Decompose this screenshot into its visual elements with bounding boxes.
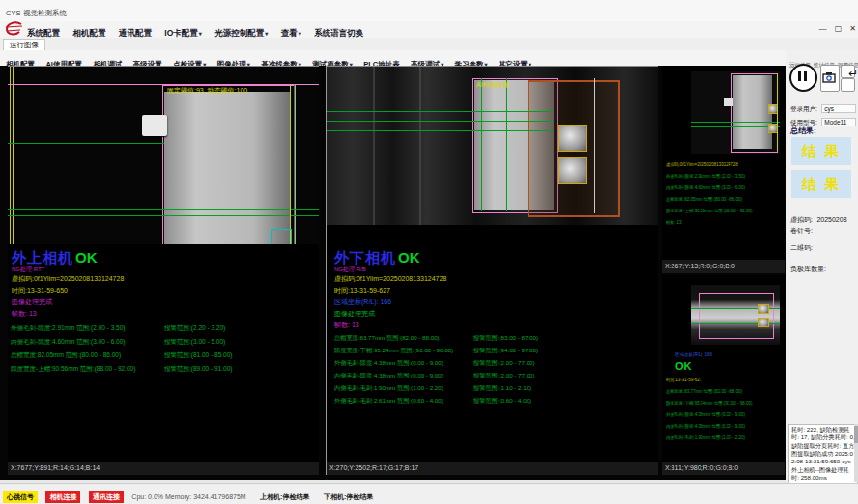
cpu-memory-status: Cpu: 0.0% Memory: 3424.41796875M — [131, 493, 245, 500]
thumb-ok-label: OK — [675, 360, 692, 372]
main-canvas: 固定阈值:93, 动态阈值:100 外上相机OK NG处理:RTT 虚拟码:0f… — [0, 66, 786, 480]
weld-spot-image — [558, 157, 587, 184]
thumb-text-line: 总帽宽度:83.77mm 范围:(82.00 - 88.00) — [666, 389, 742, 394]
chevron-down-icon: ▾ — [265, 31, 268, 37]
camera-image-outer-upper[interactable]: 固定阈值:93, 动态阈值:100 — [8, 66, 319, 244]
panel-camera-outer-upper[interactable]: 固定阈值:93, 动态阈值:100 外上相机OK NG处理:RTT 虚拟码:0f… — [8, 66, 319, 475]
log-scrollbar-thumb[interactable] — [854, 426, 858, 443]
pixel-coords: X:270;Y:2502;R:17;G:17;B:17 — [329, 464, 418, 471]
measurement-row: 内侧毛刺-隙度:4.60mm 范围:(3.00 - 6.00) 报警范围:(3.… — [8, 338, 319, 350]
status-bar: 心跳信号 相机连接 通讯连接 Cpu: 0.0% Memory: 3424.41… — [0, 483, 858, 504]
measurement-row: 外侧毛刺-隙度:4.38mm 范围:(0.00 - 9.00) 报警范围:(2.… — [327, 359, 658, 372]
measure-line-green — [327, 121, 554, 122]
menu-bar: 系统配置 相机配置 通讯配置 IO卡配置▾ 光源控制配置▾ 查看▾ 系统语言切换… — [0, 21, 858, 38]
time-line: 时间:13-31-59-627 — [334, 286, 390, 295]
measurement-row: 隙度宽度-下帽:95.24mm 范围:(93.00 - 98.00) 报警范围:… — [327, 347, 658, 359]
pixel-coords-bar: X:270;Y:2502;R:17;G:17;B:17 — [327, 462, 658, 475]
camera-image-outer-lower[interactable]: AI检测图像 — [327, 66, 658, 225]
measure-line-green — [327, 130, 554, 131]
pixel-coords-bar: X:7677;Y:891;R:14;G:14;B:14 — [8, 462, 319, 475]
thumb-text-line: 区域坐标(R/L): 166 — [675, 352, 712, 357]
thumb-text-line: 隙度宽度-上帽:90.56mm 范围:(88.00 - 92.00) — [666, 209, 753, 213]
pin-number-label: 卷针号: — [790, 226, 813, 236]
barcode-line: 虚拟码:0f1Yiim=20250208133124728 — [334, 274, 446, 284]
capture-button[interactable] — [820, 65, 840, 92]
time-line: 时间:13-31-59-650 — [12, 286, 68, 295]
thumb-text-line: 内侧毛刺-隙度:4.38mm 范围:(0.00 - 9.00) — [666, 424, 745, 429]
measure-line-green — [691, 122, 780, 123]
thumb-text-line: 时间:13-31-59-627 — [666, 378, 701, 382]
title-bar: CYS-视觉检测系统 — [0, 0, 858, 22]
weld-spot-image — [758, 304, 769, 314]
thumb-text-line: 外侧毛刺-隙度:4.38mm 范围:(0.00 - 9.00) — [666, 412, 745, 417]
heartbeat-badge: 心跳信号 — [3, 491, 38, 503]
pause-button[interactable] — [789, 64, 817, 92]
chevron-down-icon: ▾ — [299, 31, 301, 37]
yellow-guide-line — [10, 67, 11, 244]
panel-camera-outer-lower[interactable]: AI检测图像 外下相机OK NG处理:R/B 虚拟码:0f1Yiim=20250… — [326, 66, 658, 475]
measurement-row: 外侧毛刺-毛刺:2.61mm 范围:(0.60 - 4.00) 报警范围:(0.… — [327, 397, 658, 409]
mini-button-bottom[interactable] — [841, 78, 855, 92]
virtual-code-label: 虚拟码: — [790, 216, 813, 223]
measure-line-green — [691, 126, 780, 127]
roi-rect-pink — [699, 293, 774, 339]
panel-thumbnail-bottom[interactable]: 区域坐标(R/L): 166 OK 时间:13-31-59-627 总帽宽度:8… — [662, 275, 785, 475]
thumb-text-line: 总帽宽度:82.05mm 范围:(80.00 - 86.00) — [666, 197, 742, 202]
pause-icon — [804, 71, 807, 81]
app-window: CYS-视觉检测系统 系统配置 相机配置 通讯配置 IO卡配置▾ 光源控制配置▾… — [0, 0, 858, 504]
panel-thumbnail-top[interactable]: 虚拟码:0f1Yiim=20250208133124728 外侧毛刺-隙度:2.… — [662, 66, 785, 273]
measurement-row: 内侧毛刺-隙度:4.38mm 范围:(0.00 - 9.00) 报警范围:(2.… — [327, 372, 658, 384]
maximize-button[interactable]: ▢ — [832, 23, 844, 35]
chevron-down-icon: ▾ — [199, 31, 202, 37]
lower-camera-status: 下相机:停检结果 — [324, 493, 373, 500]
roi-rect-pink — [162, 85, 296, 244]
camera-icon — [822, 71, 836, 83]
close-button[interactable]: ✕ — [846, 23, 858, 35]
return-arrow-button[interactable]: ↵ — [848, 67, 858, 80]
tab-connector-image — [724, 98, 733, 106]
yellow-guide-line — [13, 67, 14, 244]
tab-connector-image — [142, 115, 167, 136]
measure-line-green-vertical — [481, 78, 482, 211]
app-logo-icon — [5, 21, 24, 37]
pixel-coords: X:311;Y:980;R:0;G:0;B:0 — [665, 464, 738, 471]
measurement-row: 内侧毛刺-毛刺:1.90mm 范围:(1.00 - 2.20) 报警范围:(1.… — [327, 384, 658, 397]
measure-line-green — [8, 209, 319, 210]
thumb-text-line: 隙度宽度-下帽:95.24mm 范围:(93.00 - 98.00) — [666, 401, 753, 406]
thumb-text-line: 内侧毛刺-毛刺:1.90mm 范围:(1.00 - 2.20) — [666, 435, 745, 440]
weld-spot-image — [558, 125, 587, 152]
threshold-overlay-label: 固定阈值:93, 动态阈值:100 — [167, 86, 247, 96]
virtual-code-row: 虚拟码: 20250208 — [790, 209, 847, 226]
thumbnail-image-top[interactable] — [691, 71, 780, 154]
log-text-area[interactable]: 耗时: 222, 缺陷检测耗时: 17, 缺陷分类耗时: 0, 缺陷提取分页耗时… — [788, 424, 858, 484]
yellow-guide-line — [777, 73, 778, 151]
machine-edge-line — [373, 67, 375, 225]
pixel-coords: X:7677;Y:891;R:14;G:14;B:14 — [11, 464, 100, 471]
window-title: CYS-视觉检测系统 — [6, 9, 67, 18]
comm-connection-badge: 通讯连接 — [89, 491, 124, 503]
measurement-row: 隙度宽度-上帽:90.56mm 范围:(88.00 - 92.00) 报警范围:… — [8, 365, 319, 378]
ai-overlay-label: AI检测图像 — [476, 80, 510, 90]
measure-line-green — [8, 143, 164, 144]
barcode-line: 虚拟码:0f1Yiim=20250208133124728 — [12, 274, 124, 284]
measure-line-green-vertical — [294, 85, 295, 244]
measure-line-green — [327, 111, 554, 112]
machine-edge-line — [419, 67, 421, 225]
qr-code-label: 二维码: — [790, 243, 813, 253]
frame-count-line: 帧数: 13 — [334, 321, 359, 330]
tab-row: 运行图像 — [0, 38, 858, 51]
total-result-label: 总结果: — [790, 126, 816, 136]
pixel-coords: X:267;Y:13;R:0;G:0;B:0 — [665, 263, 735, 269]
result-ok-label: OK — [75, 249, 98, 266]
process-done-line: 图像处理完成 — [12, 297, 52, 307]
model-value[interactable]: Mode11 — [821, 118, 856, 126]
minimize-button[interactable]: — — [816, 23, 829, 35]
process-done-line: 图像处理完成 — [334, 309, 375, 319]
result-ok-label: OK — [398, 249, 420, 266]
edge-line-white — [594, 78, 595, 213]
sidebar: 运行信息统计信息报警信息 ↵ 登录用户: cys 使用型号: Mode11 总结… — [786, 50, 858, 483]
thumbnail-image-bottom[interactable] — [691, 285, 780, 345]
pixel-coords-bar: X:267;Y:13;R:0;G:0;B:0 — [662, 260, 785, 273]
thumb-text-line: 外侧毛刺-隙度:2.91mm 范围:(2.00 - 3.50) — [666, 174, 745, 179]
log-scrollbar[interactable] — [854, 424, 858, 482]
